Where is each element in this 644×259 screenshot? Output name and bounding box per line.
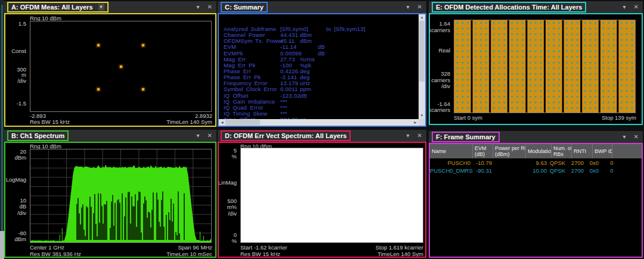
- window-menu-icon[interactable]: ▾: [197, 1, 200, 13]
- horizontal-scrollbar[interactable]: ◄ ►: [219, 119, 419, 126]
- spectrum-trace: [30, 149, 211, 242]
- table-cell: QPSK: [547, 160, 568, 167]
- allocations-plot[interactable]: [454, 20, 636, 113]
- res-bw-label: Res BW 15 kHz: [240, 251, 280, 257]
- allocation-grid: [454, 20, 635, 113]
- window-e-title: E: OFDM Detected Allocations Time: All L…: [436, 4, 582, 11]
- summary-text: dB: [318, 44, 325, 50]
- summary-row: EVMPk0.00099dB: [219, 51, 419, 57]
- dock-splitter[interactable]: [0, 0, 4, 259]
- column-header[interactable]: RNTI: [572, 144, 593, 158]
- window-menu-icon[interactable]: ▾: [197, 130, 200, 142]
- table-cell: 2700: [566, 167, 584, 174]
- column-header-text: (dB): [475, 151, 493, 157]
- table-cell: 0: [602, 167, 622, 174]
- column-header[interactable]: Name: [430, 144, 473, 158]
- window-menu-icon[interactable]: ▾: [407, 1, 410, 13]
- y-axis-label: dB: [19, 204, 26, 210]
- frame-summary-row[interactable]: PUSCH0_DMRS-90.3110.00QPSK27000x00: [430, 167, 642, 175]
- constellation-plot[interactable]: [30, 21, 212, 112]
- close-icon[interactable]: ✕: [208, 1, 212, 13]
- column-header[interactable]: Modulation: [526, 144, 552, 158]
- window-menu-icon[interactable]: ▾: [407, 130, 410, 142]
- vsa-application: A: OFDM Meas: All Layers ▾ ▾ ✕ Rng 10 dB…: [0, 0, 644, 259]
- y-axis-b: 20dBmLogMag10dB/div-80dBm: [5, 149, 29, 243]
- y-axis-label: kcarriers: [429, 107, 450, 113]
- y-axis-a: 1.5Const300m/div-1.5: [5, 21, 29, 112]
- window-c-title-tab[interactable]: C: Summary: [221, 2, 268, 13]
- span-label: Span 96 MHz: [178, 245, 212, 251]
- x-start-label: Start 0 sym: [454, 115, 482, 121]
- res-bw-label: Res BW 15 kHz: [30, 119, 70, 125]
- y-axis-label: /div: [17, 78, 26, 84]
- close-icon[interactable]: ✕: [417, 1, 422, 13]
- window-menu-icon[interactable]: ▾: [623, 1, 626, 13]
- scroll-up-icon[interactable]: ▲: [419, 14, 425, 21]
- scrollbar-thumb[interactable]: [225, 120, 260, 125]
- error-vector-plot[interactable]: [240, 148, 423, 243]
- window-e-title-tab[interactable]: E: OFDM Detected Allocations Time: All L…: [432, 2, 586, 13]
- y-axis-label: Real: [438, 48, 450, 54]
- frame-summary-table: NameEVM(dB)Power per RE(dBm)ModulationNu…: [430, 144, 642, 257]
- window-f-title-tab[interactable]: F: Frame Summary: [432, 132, 500, 142]
- window-c-titlebar[interactable]: C: Summary ▾ ✕: [218, 1, 426, 13]
- window-d-titlebar[interactable]: D: OFDM Err Vect Spectrum: All Layers ▾ …: [218, 130, 426, 142]
- column-header-text: Modulation: [528, 148, 551, 154]
- window-e-titlebar[interactable]: E: OFDM Detected Allocations Time: All L…: [429, 1, 643, 13]
- window-a-title-tab[interactable]: A: OFDM Meas: All Layers ▾: [7, 2, 109, 13]
- constellation-point: [97, 44, 100, 46]
- close-icon[interactable]: ✕: [208, 130, 212, 142]
- timelen-label: TimeLen 10 mSec: [166, 251, 212, 257]
- close-icon[interactable]: ✕: [634, 131, 639, 143]
- y-axis-label: %: [232, 238, 237, 244]
- timelen-label: TimeLen 140 Sym: [377, 251, 423, 257]
- summary-text: dB: [318, 51, 325, 57]
- vertical-scrollbar[interactable]: ▲ ▼: [419, 14, 425, 119]
- window-d-err-vect-spectrum: D: OFDM Err Vect Spectrum: All Layers ▾ …: [218, 130, 426, 258]
- column-header[interactable]: BWP ID: [593, 144, 612, 158]
- scroll-down-icon[interactable]: ▼: [419, 113, 425, 119]
- y-axis-label: LinMag: [218, 180, 237, 186]
- scrollbar-thumb[interactable]: [419, 21, 425, 82]
- column-header-text: BWP ID: [595, 148, 612, 154]
- window-b-title-tab[interactable]: B: Ch1 Spectrum: [7, 130, 69, 141]
- summary-text: EVM: [224, 44, 236, 50]
- y-axis-e: 1.64kcarriersReal328carriers/div-1.64kca…: [430, 20, 453, 113]
- x-start-label: Start -1.62 kcarrier: [240, 245, 287, 251]
- table-cell: 0: [602, 160, 622, 167]
- window-b-content: Rng 10 dBm 20dBmLogMag10dB/div-80dBm Cen…: [4, 142, 216, 258]
- window-e-detected-allocations: E: OFDM Detected Allocations Time: All L…: [429, 1, 643, 125]
- y-axis-label: dBm: [14, 236, 26, 242]
- summary-text: Symbol Clock Error: [224, 86, 277, 92]
- column-header[interactable]: [612, 144, 642, 158]
- y-axis-label: /div: [441, 83, 450, 89]
- x-stop-label: Stop 1.619 kcarrier: [376, 245, 423, 251]
- window-menu-icon[interactable]: ▾: [623, 131, 626, 143]
- window-a-title: A: OFDM Meas: All Layers: [11, 4, 93, 11]
- window-f-titlebar[interactable]: F: Frame Summary ▾ ✕: [429, 131, 643, 143]
- measurement-dropdown-icon[interactable]: ▾: [98, 4, 104, 11]
- y-axis-label: 1.5: [18, 21, 26, 27]
- close-icon[interactable]: ✕: [634, 1, 639, 13]
- column-header[interactable]: EVM(dB): [473, 144, 493, 158]
- window-a-titlebar[interactable]: A: OFDM Meas: All Layers ▾ ▾ ✕: [4, 1, 216, 13]
- frame-summary-row[interactable]: PUSCH0-10.799.63QPSK27000x00: [430, 160, 642, 167]
- y-axis-label: Const: [11, 48, 26, 54]
- summary-text: dBm: [300, 38, 312, 44]
- scroll-right-icon[interactable]: ►: [412, 119, 419, 126]
- timelen-label: TimeLen 140 Sym: [166, 119, 212, 125]
- spectrum-plot[interactable]: [30, 149, 212, 243]
- close-icon[interactable]: ✕: [417, 130, 422, 142]
- column-header[interactable]: Power per RE(dBm): [493, 144, 526, 158]
- y-axis-d: 5%LinMag500m%/div0%: [219, 148, 239, 243]
- scroll-left-icon[interactable]: ◄: [219, 119, 225, 126]
- column-header-text: RBs: [553, 151, 571, 157]
- window-d-title-tab[interactable]: D: OFDM Err Vect Spectrum: All Layers: [221, 130, 351, 141]
- window-c-title: C: Summary: [225, 4, 264, 11]
- column-header[interactable]: Num. ofRBs: [552, 144, 572, 158]
- y-axis-label: -1.5: [17, 101, 26, 107]
- dock-splitter-line: [1, 5, 3, 231]
- window-c-summary: C: Summary ▾ ✕ Analyzed Subframe[Sf0,sym…: [218, 1, 426, 127]
- window-b-titlebar[interactable]: B: Ch1 Spectrum ▾ ✕: [4, 130, 216, 142]
- window-a-content: Rng 10 dBm 1.5Const300m/div-1.5 -2.893 2…: [4, 13, 216, 127]
